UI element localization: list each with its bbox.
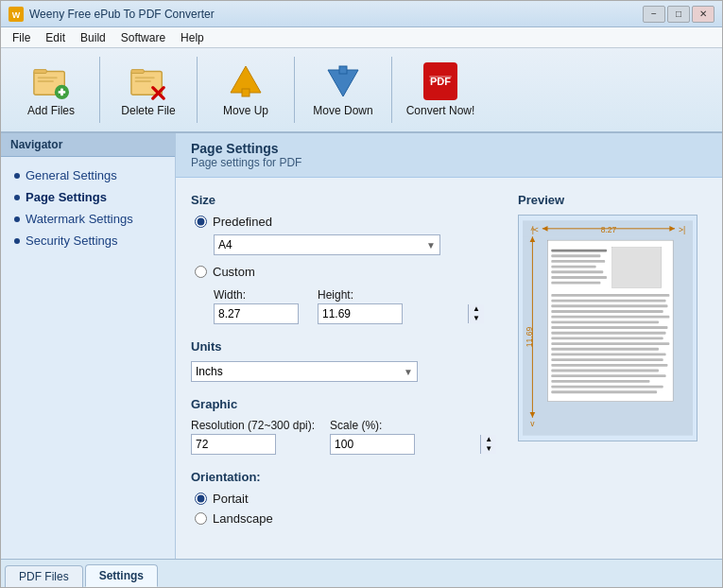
custom-row: Custom (195, 265, 503, 279)
svg-rect-44 (551, 270, 603, 273)
svg-rect-18 (339, 66, 347, 74)
convert-now-button[interactable]: PDF Convert Now! (398, 53, 483, 127)
menu-software[interactable]: Software (113, 29, 173, 46)
predefined-select-value: A4 (218, 238, 232, 251)
title-bar: W Weeny Free ePub To PDF Converter − □ ✕ (1, 1, 722, 27)
scale-up-button[interactable]: ▲ (481, 435, 496, 444)
predefined-select[interactable]: A4 ▼ (214, 234, 440, 255)
delete-file-button[interactable]: Delete File (106, 53, 191, 127)
predefined-label: Predefined (213, 215, 272, 229)
predefined-radio[interactable] (195, 216, 207, 228)
svg-rect-65 (551, 390, 657, 393)
width-label: Width: (214, 288, 299, 302)
move-down-button[interactable]: Move Down (301, 53, 386, 127)
app-icon: W (9, 7, 24, 22)
svg-rect-11 (135, 77, 155, 78)
svg-rect-47 (551, 294, 669, 297)
select-arrow-icon: ▼ (426, 240, 436, 251)
height-up-button[interactable]: ▲ (469, 304, 484, 314)
units-select[interactable]: Inchs ▼ (191, 361, 418, 382)
graphic-label: Graphic (191, 397, 503, 411)
window-title: Weeny Free ePub To PDF Converter (29, 8, 215, 21)
height-down-button[interactable]: ▼ (469, 314, 484, 323)
menu-edit[interactable]: Edit (38, 29, 73, 46)
svg-rect-46 (551, 282, 600, 285)
svg-rect-4 (38, 77, 58, 78)
dimension-row: Width: ▲ ▼ (214, 288, 503, 324)
scale-field: Scale (%): ▲ ▼ (330, 419, 415, 455)
move-up-label: Move Up (223, 104, 268, 117)
toolbar-separator-3 (294, 57, 295, 123)
sidebar-item-page-settings[interactable]: Page Settings (10, 188, 165, 206)
sidebar-nav: General Settings Page Settings Watermark… (1, 157, 175, 259)
landscape-radio[interactable] (195, 512, 207, 525)
orientation-group: Portait Landscape (195, 492, 503, 526)
scale-input[interactable] (331, 436, 480, 453)
convert-now-icon: PDF (422, 62, 459, 100)
add-files-button[interactable]: Add Files (9, 53, 94, 127)
svg-rect-52 (551, 320, 659, 323)
sidebar-item-security-settings[interactable]: Security Settings (10, 232, 165, 250)
nav-dot (14, 173, 20, 179)
nav-dot (14, 238, 20, 244)
move-up-button[interactable]: Move Up (203, 53, 288, 127)
move-up-icon (227, 62, 265, 100)
svg-text:11.69: 11.69 (525, 327, 534, 348)
scale-down-button[interactable]: ▼ (481, 444, 496, 454)
svg-rect-16 (242, 89, 250, 96)
scale-spinner[interactable]: ▲ ▼ (330, 434, 415, 455)
tab-pdf-files[interactable]: PDF Files (5, 565, 83, 587)
svg-rect-42 (551, 260, 605, 263)
maximize-button[interactable]: □ (667, 6, 690, 23)
portrait-radio[interactable] (195, 493, 207, 505)
svg-rect-41 (551, 254, 600, 257)
svg-rect-56 (551, 342, 669, 345)
menu-file[interactable]: File (5, 29, 38, 46)
units-label: Units (191, 339, 503, 354)
height-field: Height: ▲ ▼ (318, 288, 403, 324)
svg-rect-64 (551, 386, 663, 389)
svg-rect-8 (60, 89, 63, 96)
svg-rect-5 (38, 80, 54, 82)
height-spinner[interactable]: ▲ ▼ (318, 303, 403, 324)
svg-text:8.27: 8.27 (601, 225, 617, 234)
size-label: Size (191, 193, 503, 207)
landscape-label: Landscape (213, 511, 273, 526)
landscape-row: Landscape (195, 511, 503, 526)
window-controls: − □ ✕ (643, 6, 714, 23)
add-files-label: Add Files (27, 104, 75, 117)
svg-rect-59 (551, 358, 663, 361)
convert-now-label: Convert Now! (406, 104, 475, 117)
width-spinner[interactable]: ▲ ▼ (214, 303, 299, 324)
move-down-icon (324, 62, 362, 100)
custom-radio[interactable] (195, 266, 207, 278)
sidebar-item-watermark-settings[interactable]: Watermark Settings (10, 210, 165, 228)
toolbar-separator-1 (99, 57, 100, 123)
menu-help[interactable]: Help (173, 29, 212, 46)
height-label: Height: (318, 288, 403, 302)
size-radio-group: Predefined A4 ▼ Custom (195, 215, 503, 324)
units-select-value: Inchs (196, 365, 223, 378)
delete-file-label: Delete File (121, 104, 175, 117)
sidebar-item-general-settings[interactable]: General Settings (10, 166, 165, 184)
svg-rect-10 (131, 70, 144, 74)
delete-file-icon (129, 62, 167, 100)
content-body: Size Predefined A4 ▼ (176, 178, 722, 556)
preview-title: Preview (518, 193, 707, 207)
resolution-input[interactable] (192, 436, 341, 453)
menu-build[interactable]: Build (73, 29, 113, 46)
resolution-spinner[interactable]: ▲ ▼ (191, 434, 276, 455)
preview-panel: Preview 8.27 (518, 193, 707, 541)
app-window: W Weeny Free ePub To PDF Converter − □ ✕… (0, 0, 723, 588)
tab-settings[interactable]: Settings (85, 564, 158, 587)
svg-rect-57 (551, 348, 659, 351)
menu-bar: File Edit Build Software Help (1, 27, 722, 48)
svg-rect-48 (551, 300, 665, 303)
minimize-button[interactable]: − (643, 6, 665, 23)
graphic-section: Graphic Resolution (72~300 dpi): ▲ ▼ (191, 397, 503, 455)
svg-rect-55 (551, 337, 663, 339)
svg-text:v: v (530, 419, 535, 428)
height-input[interactable] (318, 305, 468, 322)
svg-rect-62 (551, 374, 665, 377)
close-button[interactable]: ✕ (692, 6, 714, 23)
